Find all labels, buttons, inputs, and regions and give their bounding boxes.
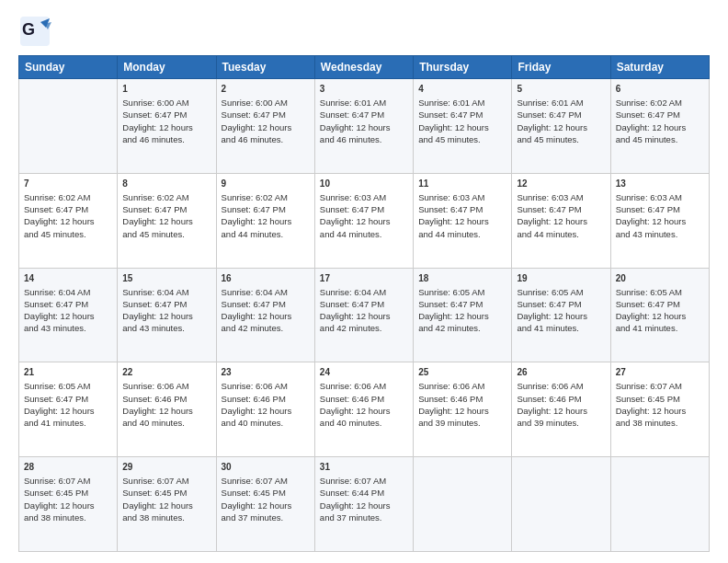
cell-w2-d5: 11Sunrise: 6:03 AMSunset: 6:47 PMDayligh…: [414, 173, 512, 268]
cell-w4-d6: 26Sunrise: 6:06 AMSunset: 6:46 PMDayligh…: [512, 362, 610, 457]
day-info-line: Sunrise: 6:07 AM: [222, 475, 310, 487]
day-info-line: Sunrise: 6:04 AM: [24, 286, 112, 298]
day-info-line: and 40 minutes.: [122, 417, 210, 429]
day-info-line: Daylight: 12 hours: [616, 310, 704, 322]
day-info-line: and 44 minutes.: [517, 228, 605, 240]
day-info-line: Sunset: 6:45 PM: [122, 487, 210, 499]
day-info-line: Sunset: 6:46 PM: [517, 393, 605, 405]
day-number: 18: [418, 272, 506, 285]
day-number: 22: [122, 366, 210, 379]
day-info-line: and 45 minutes.: [418, 133, 506, 145]
day-info-line: Daylight: 12 hours: [517, 215, 605, 227]
cell-w4-d2: 22Sunrise: 6:06 AMSunset: 6:46 PMDayligh…: [118, 362, 216, 457]
cell-w4-d4: 24Sunrise: 6:06 AMSunset: 6:46 PMDayligh…: [314, 362, 413, 457]
day-info-line: and 45 minutes.: [517, 133, 605, 145]
day-number: 10: [320, 178, 408, 190]
day-number: 26: [517, 366, 605, 379]
cell-w2-d6: 12Sunrise: 6:03 AMSunset: 6:47 PMDayligh…: [512, 173, 610, 268]
day-info-line: Daylight: 12 hours: [122, 310, 210, 322]
cell-w2-d4: 10Sunrise: 6:03 AMSunset: 6:47 PMDayligh…: [314, 173, 413, 268]
day-info-line: Sunset: 6:47 PM: [122, 203, 210, 215]
day-info-line: Sunrise: 6:04 AM: [122, 286, 210, 298]
day-info-line: Sunset: 6:47 PM: [616, 203, 704, 215]
day-number: 3: [320, 83, 408, 96]
day-info-line: Sunset: 6:45 PM: [222, 487, 310, 499]
day-info-line: Sunset: 6:45 PM: [616, 393, 704, 405]
day-info-line: and 38 minutes.: [616, 417, 704, 429]
day-info-line: Daylight: 12 hours: [616, 121, 704, 133]
day-info-line: Sunset: 6:47 PM: [320, 203, 408, 215]
day-number: 8: [122, 178, 210, 190]
calendar-table: SundayMondayTuesdayWednesdayThursdayFrid…: [18, 55, 710, 552]
cell-w1-d6: 5Sunrise: 6:01 AMSunset: 6:47 PMDaylight…: [512, 79, 610, 174]
day-number: 21: [24, 366, 112, 379]
day-number: 31: [320, 461, 408, 474]
day-info-line: and 41 minutes.: [517, 322, 605, 334]
day-info-line: Sunset: 6:47 PM: [122, 109, 210, 121]
day-info-line: Sunrise: 6:02 AM: [222, 191, 310, 203]
day-info-line: Sunrise: 6:00 AM: [222, 97, 310, 109]
day-info-line: Sunset: 6:47 PM: [222, 203, 310, 215]
day-info-line: and 42 minutes.: [320, 322, 408, 334]
day-info-line: and 37 minutes.: [222, 511, 310, 523]
day-number: 4: [418, 83, 506, 96]
day-number: 17: [320, 272, 408, 285]
day-info-line: and 40 minutes.: [222, 417, 310, 429]
col-header-wednesday: Wednesday: [314, 56, 413, 79]
week-row-4: 21Sunrise: 6:05 AMSunset: 6:47 PMDayligh…: [19, 362, 710, 457]
day-info-line: Sunrise: 6:03 AM: [616, 191, 704, 203]
day-info-line: Sunrise: 6:06 AM: [122, 380, 210, 392]
day-info-line: and 45 minutes.: [24, 228, 112, 240]
day-info-line: and 40 minutes.: [320, 417, 408, 429]
day-info-line: Daylight: 12 hours: [517, 121, 605, 133]
day-info-line: Sunrise: 6:03 AM: [418, 191, 506, 203]
day-info-line: Sunrise: 6:03 AM: [320, 191, 408, 203]
week-row-3: 14Sunrise: 6:04 AMSunset: 6:47 PMDayligh…: [19, 268, 710, 362]
day-info-line: and 46 minutes.: [320, 133, 408, 145]
day-info-line: Daylight: 12 hours: [24, 310, 112, 322]
day-number: 13: [616, 178, 704, 190]
day-info-line: Sunrise: 6:05 AM: [517, 286, 605, 298]
col-header-tuesday: Tuesday: [216, 56, 314, 79]
logo: G: [18, 15, 55, 48]
cell-w2-d7: 13Sunrise: 6:03 AMSunset: 6:47 PMDayligh…: [610, 173, 709, 268]
day-info-line: and 44 minutes.: [320, 228, 408, 240]
day-info-line: Sunrise: 6:06 AM: [320, 380, 408, 392]
cell-w3-d4: 17Sunrise: 6:04 AMSunset: 6:47 PMDayligh…: [314, 268, 413, 362]
week-row-2: 7Sunrise: 6:02 AMSunset: 6:47 PMDaylight…: [19, 173, 710, 268]
day-info-line: Sunrise: 6:06 AM: [418, 380, 506, 392]
cell-w1-d5: 4Sunrise: 6:01 AMSunset: 6:47 PMDaylight…: [414, 79, 512, 174]
day-number: 19: [517, 272, 605, 285]
day-info-line: and 42 minutes.: [222, 322, 310, 334]
cell-w3-d6: 19Sunrise: 6:05 AMSunset: 6:47 PMDayligh…: [512, 268, 610, 362]
day-number: 12: [517, 178, 605, 190]
day-info-line: Sunset: 6:47 PM: [616, 109, 704, 121]
cell-w2-d2: 8Sunrise: 6:02 AMSunset: 6:47 PMDaylight…: [118, 173, 216, 268]
day-info-line: Daylight: 12 hours: [320, 215, 408, 227]
cell-w2-d1: 7Sunrise: 6:02 AMSunset: 6:47 PMDaylight…: [19, 173, 118, 268]
cell-w5-d6: [512, 457, 610, 552]
day-info-line: Sunrise: 6:07 AM: [24, 475, 112, 487]
day-info-line: Daylight: 12 hours: [122, 215, 210, 227]
day-info-line: Daylight: 12 hours: [122, 121, 210, 133]
day-number: 28: [24, 461, 112, 474]
cell-w5-d1: 28Sunrise: 6:07 AMSunset: 6:45 PMDayligh…: [19, 457, 118, 552]
day-number: 9: [222, 178, 310, 190]
day-info-line: Daylight: 12 hours: [320, 310, 408, 322]
cell-w4-d1: 21Sunrise: 6:05 AMSunset: 6:47 PMDayligh…: [19, 362, 118, 457]
day-info-line: and 38 minutes.: [24, 511, 112, 523]
day-info-line: Sunset: 6:47 PM: [517, 203, 605, 215]
day-info-line: Sunset: 6:47 PM: [418, 298, 506, 310]
cell-w1-d4: 3Sunrise: 6:01 AMSunset: 6:47 PMDaylight…: [314, 79, 413, 174]
day-info-line: Sunset: 6:46 PM: [122, 393, 210, 405]
day-info-line: Sunrise: 6:02 AM: [24, 191, 112, 203]
day-info-line: Sunset: 6:46 PM: [418, 393, 506, 405]
col-header-sunday: Sunday: [19, 56, 118, 79]
day-number: 11: [418, 178, 506, 190]
day-info-line: Sunrise: 6:02 AM: [616, 97, 704, 109]
cell-w2-d3: 9Sunrise: 6:02 AMSunset: 6:47 PMDaylight…: [216, 173, 314, 268]
day-number: 25: [418, 366, 506, 379]
day-info-line: Sunset: 6:47 PM: [418, 109, 506, 121]
day-info-line: and 38 minutes.: [122, 511, 210, 523]
day-info-line: Daylight: 12 hours: [222, 215, 310, 227]
